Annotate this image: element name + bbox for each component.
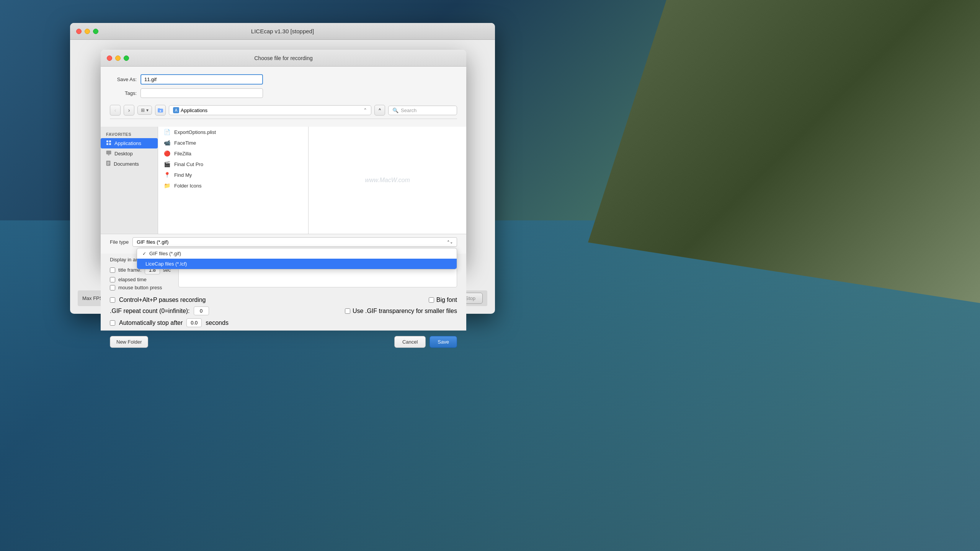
minimize-button[interactable] — [85, 29, 90, 34]
big-font-label: Big font — [436, 297, 457, 303]
save-as-input[interactable] — [140, 74, 263, 85]
save-button[interactable]: Save — [430, 336, 457, 348]
sidebar-item-applications[interactable]: Applications — [101, 138, 158, 148]
right-panel: www.MacW.com — [309, 127, 466, 234]
view-mode-button[interactable]: ⊞ ▾ — [137, 106, 152, 115]
elapsed-time-row: elapsed time — [110, 277, 171, 282]
file-item-finalcutpro[interactable]: 🎬 Final Cut Pro — [158, 159, 308, 170]
dialog-maximize-button[interactable] — [124, 55, 129, 61]
file-item-facetime[interactable]: 📹 FaceTime — [158, 137, 308, 148]
file-item-filezilla[interactable]: 🔴 FileZilla — [158, 148, 308, 159]
lcf-option-label: LiceCap files (*.lcf) — [145, 261, 187, 267]
location-text: Applications — [181, 108, 207, 113]
file-type-label: File type — [110, 239, 129, 245]
tags-label: Tags: — [110, 90, 137, 96]
file-list: 📄 ExportOptions.plist 📹 FaceTime 🔴 FileZ… — [158, 127, 309, 234]
file-item-findmy[interactable]: 📍 Find My — [158, 170, 308, 180]
close-button[interactable] — [76, 29, 82, 34]
gif-checkmark: ✓ — [142, 251, 146, 256]
mouse-button-label: mouse button press — [118, 285, 162, 290]
location-chevron: ⌃ — [363, 108, 367, 113]
facetime-name: FaceTime — [174, 140, 196, 146]
file-item-foldericons[interactable]: 📁 Folder Icons — [158, 180, 308, 191]
facetime-icon: 📹 — [163, 139, 170, 146]
maximize-button[interactable] — [93, 29, 98, 34]
location-icon: A — [173, 107, 179, 113]
svg-rect-6 — [106, 143, 108, 145]
dropdown-item-lcf[interactable]: LiceCap files (*.lcf) — [137, 259, 457, 269]
search-placeholder: Search — [401, 108, 416, 113]
title-frame-checkbox[interactable] — [110, 267, 115, 273]
nav-back-button[interactable]: ‹ — [110, 105, 121, 116]
elapsed-time-checkbox[interactable] — [110, 277, 115, 282]
window-controls — [76, 29, 98, 34]
view-icon: ⊞ — [141, 108, 145, 113]
auto-stop-input[interactable] — [186, 318, 202, 327]
foldericons-icon: 📁 — [163, 182, 170, 189]
dialog-titlebar: Choose file for recording — [101, 50, 466, 67]
search-bar[interactable]: 🔍 Search — [388, 106, 457, 115]
file-type-dropdown: ✓ GIF files (*.gif) LiceCap files (*.lcf… — [137, 248, 457, 269]
watermark-text: www.MacW.com — [365, 177, 410, 184]
big-font-checkbox[interactable] — [429, 297, 434, 303]
dialog-title: Choose file for recording — [254, 55, 313, 61]
gif-transparency-row: Use .GIF transparency for smaller files — [345, 308, 457, 315]
ctrl-pause-checkbox[interactable] — [110, 297, 115, 303]
dialog-window-controls — [107, 55, 129, 61]
mouse-button-checkbox[interactable] — [110, 285, 115, 290]
file-type-row: File type GIF files (*.gif) ⌃⌄ ✓ GIF fil… — [110, 237, 457, 247]
location-bar[interactable]: A Applications ⌃ — [169, 105, 371, 115]
desktop-label: Desktop — [114, 151, 133, 156]
svg-rect-8 — [106, 151, 111, 154]
sidebar-item-documents[interactable]: Documents — [101, 159, 158, 169]
foldericons-name: Folder Icons — [174, 183, 202, 189]
tags-input[interactable] — [140, 88, 263, 98]
file-type-current-value: GIF files (*.gif) — [137, 239, 168, 245]
ctrl-pause-row: Control+Alt+P pauses recording Big font — [101, 295, 466, 305]
folder-plus-icon — [158, 108, 163, 113]
file-item-exportoptions[interactable]: 📄 ExportOptions.plist — [158, 127, 308, 137]
cancel-button[interactable]: Cancel — [394, 336, 426, 348]
findmy-name: Find My — [174, 172, 192, 178]
sidebar-favorites-title: Favorites — [101, 130, 158, 138]
new-folder-button[interactable]: New Folder — [110, 336, 148, 348]
dropdown-item-gif[interactable]: ✓ GIF files (*.gif) — [137, 248, 457, 259]
auto-stop-label: Automatically stop after — [119, 320, 183, 326]
desktop-icon — [106, 150, 111, 157]
gif-transparency-label: Use .GIF transparency for smaller files — [353, 308, 457, 315]
file-type-select[interactable]: GIF files (*.gif) ⌃⌄ — [132, 237, 457, 247]
save-as-label: Save As: — [110, 77, 137, 82]
sidebar-item-desktop[interactable]: Desktop — [101, 148, 158, 159]
nav-forward-button[interactable]: › — [124, 105, 134, 116]
auto-stop-checkbox[interactable] — [110, 320, 115, 326]
tags-row: Tags: — [110, 88, 457, 98]
dialog-minimize-button[interactable] — [115, 55, 121, 61]
file-type-section: File type GIF files (*.gif) ⌃⌄ ✓ GIF fil… — [101, 234, 466, 254]
location-up-button[interactable]: ^ — [374, 105, 385, 116]
save-as-row: Save As: — [110, 74, 457, 85]
mouse-button-row: mouse button press — [110, 285, 171, 290]
gif-repeat-input[interactable] — [194, 306, 209, 315]
gif-repeat-label: .GIF repeat count (0=infinite): — [110, 308, 190, 315]
auto-stop-suffix: seconds — [206, 320, 229, 326]
applications-label: Applications — [114, 140, 141, 146]
view-chevron: ▾ — [146, 108, 149, 113]
nav-toolbar: ‹ › ⊞ ▾ A Applications ⌃ ^ — [110, 102, 457, 119]
svg-rect-5 — [109, 140, 111, 142]
licecap-titlebar: LICEcap v1.30 [stopped] — [70, 23, 495, 40]
findmy-icon: 📍 — [163, 171, 170, 178]
new-folder-icon-button[interactable] — [155, 105, 166, 116]
settings-section: Control+Alt+P pauses recording Big font … — [101, 293, 466, 330]
exportoptions-name: ExportOptions.plist — [174, 129, 216, 135]
action-buttons: Cancel Save — [394, 336, 457, 348]
big-font-row: Big font — [429, 297, 457, 303]
dialog-content: Favorites Applications Desktop Documents — [101, 127, 466, 234]
svg-rect-7 — [109, 143, 111, 145]
exportoptions-icon: 📄 — [163, 129, 170, 135]
auto-stop-row: Automatically stop after seconds — [101, 317, 466, 329]
gif-transparency-checkbox[interactable] — [345, 308, 350, 314]
search-icon: 🔍 — [392, 108, 399, 113]
ctrl-pause-label: Control+Alt+P pauses recording — [119, 297, 206, 303]
filezilla-name: FileZilla — [174, 151, 191, 156]
dialog-close-button[interactable] — [107, 55, 112, 61]
